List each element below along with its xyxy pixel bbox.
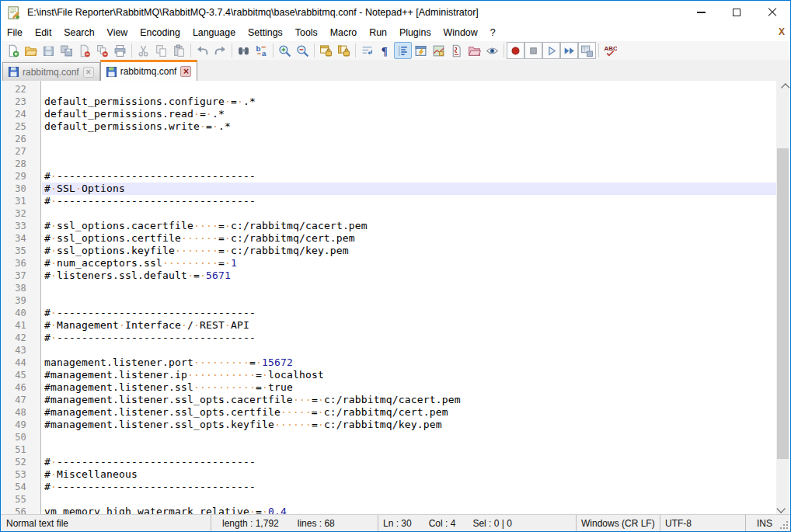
line-number: 36 xyxy=(2,257,42,269)
line-number: 55 xyxy=(2,493,42,506)
code-line-36[interactable]: 36#·num_acceptors.ssl·········=·1 xyxy=(2,257,778,269)
code-line-55[interactable]: 55 xyxy=(2,493,778,506)
menu-item-view[interactable]: View xyxy=(101,25,134,40)
monitoring-eye-button[interactable] xyxy=(483,42,501,59)
tab-close-icon[interactable]: × xyxy=(180,66,191,77)
menu-item-edit[interactable]: Edit xyxy=(29,25,57,40)
code-line-26[interactable]: 26 xyxy=(2,133,778,145)
word-wrap-icon xyxy=(361,44,374,57)
macro-run-multiple-button[interactable] xyxy=(560,42,578,59)
code-line-23[interactable]: 23default_permissions.configure·=·.* xyxy=(2,96,778,108)
minimize-button[interactable] xyxy=(683,1,719,24)
close-file-button[interactable] xyxy=(75,42,93,59)
close-all-button[interactable] xyxy=(93,42,111,59)
folder-workspace-button[interactable] xyxy=(465,42,483,59)
code-line-31[interactable]: 31#·-------------------------------- xyxy=(2,195,778,207)
code-line-54[interactable]: 54#·-------------------------------- xyxy=(2,481,778,493)
copy-button[interactable] xyxy=(152,42,170,59)
resize-grip[interactable] xyxy=(779,520,789,530)
sel-label: Sel : 0 | 0 xyxy=(472,518,511,529)
spell-check-button[interactable]: ABC xyxy=(601,42,619,59)
code-line-38[interactable]: 38 xyxy=(2,282,778,294)
code-line-41[interactable]: 41#·Management·Interface·/·REST·API xyxy=(2,319,778,332)
code-line-49[interactable]: 49#management.listener.ssl_opts.keyfile·… xyxy=(2,419,778,431)
maximize-button[interactable] xyxy=(719,1,754,24)
word-wrap-button[interactable] xyxy=(358,42,376,59)
close-document-x-icon[interactable]: X xyxy=(779,26,785,37)
code-line-51[interactable]: 51 xyxy=(2,443,778,456)
code-line-30[interactable]: 30#·SSL·Options xyxy=(2,183,778,195)
find-button[interactable] xyxy=(235,42,253,59)
menu-item-window[interactable]: Window xyxy=(437,25,484,40)
code-line-24[interactable]: 24default_permissions.read·=·.* xyxy=(2,108,778,120)
sync-horizontal-button[interactable] xyxy=(335,42,353,59)
code-line-52[interactable]: 52#·-------------------------------- xyxy=(2,456,778,468)
zoom-out-button[interactable] xyxy=(294,42,312,59)
line-number: 26 xyxy=(2,133,42,145)
document-map-button[interactable] xyxy=(430,42,448,59)
tab-rabbitmq-conf-2[interactable]: rabbitmq.conf× xyxy=(100,60,198,81)
save-file-button[interactable] xyxy=(40,42,57,59)
code-line-28[interactable]: 28 xyxy=(2,158,778,170)
code-line-29[interactable]: 29#·-------------------------------- xyxy=(2,170,778,183)
code-line-42[interactable]: 42#·-------------------------------- xyxy=(2,332,778,344)
code-line-46[interactable]: 46#management.listener.ssl··········=·tr… xyxy=(2,381,778,394)
menu-item-[interactable]: ? xyxy=(484,25,502,40)
scrollbar-down-button[interactable] xyxy=(776,502,789,515)
new-file-button[interactable] xyxy=(4,42,22,59)
code-line-25[interactable]: 25default_permissions.write·=·.* xyxy=(2,120,778,133)
menu-item-encoding[interactable]: Encoding xyxy=(134,25,186,40)
zoom-in-button[interactable] xyxy=(276,42,294,59)
scrollbar-thumb[interactable] xyxy=(777,148,789,459)
code-line-47[interactable]: 47#management.listener.ssl_opts.cacertfi… xyxy=(2,394,778,406)
code-line-45[interactable]: 45#management.listener.ip···········=·lo… xyxy=(2,369,778,381)
code-line-40[interactable]: 40#·-------------------------------- xyxy=(2,307,778,319)
user-language-button[interactable] xyxy=(412,42,430,59)
code-line-50[interactable]: 50 xyxy=(2,431,778,443)
menu-item-settings[interactable]: Settings xyxy=(242,25,289,40)
replace-button[interactable]: ba xyxy=(253,42,270,59)
print-button[interactable] xyxy=(111,42,129,59)
open-file-button[interactable] xyxy=(22,42,40,59)
save-all-button[interactable] xyxy=(57,42,75,59)
code-line-35[interactable]: 35#·ssl_options.keyfile·······=·c:/rabbi… xyxy=(2,245,778,257)
show-all-characters-button[interactable]: ¶ xyxy=(376,42,394,59)
code-line-53[interactable]: 53#·Miscellaneous xyxy=(2,468,778,481)
menu-item-plugins[interactable]: Plugins xyxy=(393,25,437,40)
code-line-32[interactable]: 32 xyxy=(2,207,778,220)
code-line-27[interactable]: 27 xyxy=(2,145,778,158)
menu-item-search[interactable]: Search xyxy=(57,25,100,40)
code-line-22[interactable]: 22 xyxy=(2,83,778,96)
code-line-48[interactable]: 48#management.listener.ssl_opts.certfile… xyxy=(2,406,778,419)
scrollbar-up-button[interactable] xyxy=(776,81,789,94)
code-line-39[interactable]: 39 xyxy=(2,294,778,307)
macro-save-button[interactable] xyxy=(578,42,596,59)
tab-close-icon[interactable]: × xyxy=(83,67,94,78)
indent-guide-button[interactable] xyxy=(394,42,412,59)
menu-bar: FileEditSearchViewEncodingLanguageSettin… xyxy=(1,24,790,41)
code-line-34[interactable]: 34#·ssl_options.certfile······=·c:/rabbi… xyxy=(2,232,778,245)
code-line-33[interactable]: 33#·ssl_options.cacertfile····=·c:/rabbi… xyxy=(2,220,778,232)
menu-item-macro[interactable]: Macro xyxy=(324,25,363,40)
redo-button[interactable] xyxy=(211,42,229,59)
undo-button[interactable] xyxy=(193,42,211,59)
paste-button[interactable] xyxy=(170,42,188,59)
ln-label: Ln : 30 xyxy=(383,518,412,529)
macro-stop-button[interactable] xyxy=(524,42,542,59)
macro-play-button[interactable] xyxy=(542,42,560,59)
sync-vertical-button[interactable] xyxy=(317,42,335,59)
function-list-button[interactable] xyxy=(448,42,465,59)
editor[interactable]: 2223default_permissions.configure·=·.*24… xyxy=(2,81,778,515)
macro-record-button[interactable] xyxy=(507,42,524,59)
menu-item-language[interactable]: Language xyxy=(186,25,242,40)
menu-item-tools[interactable]: Tools xyxy=(289,25,324,40)
col-label: Col : 4 xyxy=(429,518,456,529)
cut-button[interactable] xyxy=(134,42,152,59)
close-button[interactable] xyxy=(754,1,790,24)
code-line-37[interactable]: 37#·listeners.ssl.default·=·5671 xyxy=(2,269,778,282)
code-line-44[interactable]: 44management.listener.port·········=·156… xyxy=(2,356,778,369)
code-line-43[interactable]: 43 xyxy=(2,344,778,356)
tab-rabbitmq-conf-1[interactable]: rabbitmq.conf× xyxy=(2,62,100,81)
menu-item-file[interactable]: File xyxy=(1,25,29,40)
menu-item-run[interactable]: Run xyxy=(363,25,393,40)
